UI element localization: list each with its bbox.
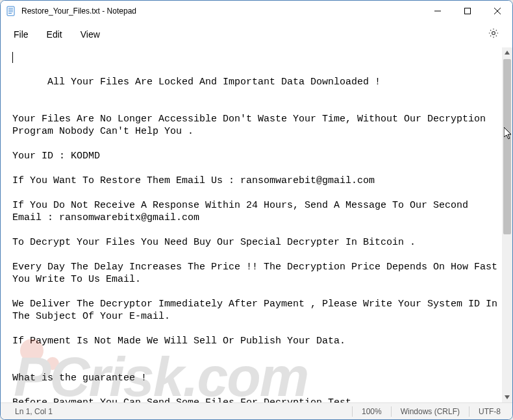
editor-area: All Your Files Are Locked And Important … (1, 47, 512, 402)
status-position: Ln 1, Col 1 (3, 407, 62, 416)
menu-file[interactable]: File (5, 25, 38, 43)
window-title: Restore_Your_Files.txt - Notepad (21, 6, 136, 16)
statusbar: Ln 1, Col 1 100% Windows (CRLF) UTF-8 (1, 402, 512, 419)
gear-icon (488, 27, 499, 42)
scroll-up-arrow[interactable] (502, 47, 512, 58)
document-text: All Your Files Are Locked And Important … (12, 77, 502, 402)
text-caret (12, 52, 13, 63)
notepad-icon (6, 6, 16, 16)
titlebar[interactable]: Restore_Your_Files.txt - Notepad (1, 1, 512, 21)
minimize-button[interactable] (423, 1, 453, 21)
svg-line-7 (494, 8, 501, 14)
menu-edit[interactable]: Edit (38, 25, 71, 43)
svg-marker-11 (505, 395, 510, 399)
vertical-scrollbar[interactable] (502, 47, 512, 402)
menu-view[interactable]: View (71, 25, 109, 43)
settings-button[interactable] (482, 23, 505, 45)
close-button[interactable] (482, 1, 512, 21)
status-zoom[interactable]: 100% (353, 407, 391, 416)
status-line-ending: Windows (CRLF) (392, 407, 469, 416)
notepad-window: Restore_Your_Files.txt - Notepad File Ed… (0, 0, 513, 420)
maximize-button[interactable] (453, 1, 482, 21)
text-editor[interactable]: All Your Files Are Locked And Important … (1, 47, 502, 402)
window-controls (423, 1, 512, 21)
svg-rect-6 (465, 8, 471, 14)
svg-line-8 (494, 8, 501, 14)
svg-point-9 (492, 32, 495, 35)
status-encoding: UTF-8 (469, 407, 510, 416)
scroll-thumb[interactable] (503, 59, 511, 234)
scroll-down-arrow[interactable] (502, 392, 512, 402)
svg-rect-0 (7, 6, 14, 16)
svg-marker-10 (505, 51, 510, 55)
menubar: File Edit View (1, 21, 512, 47)
